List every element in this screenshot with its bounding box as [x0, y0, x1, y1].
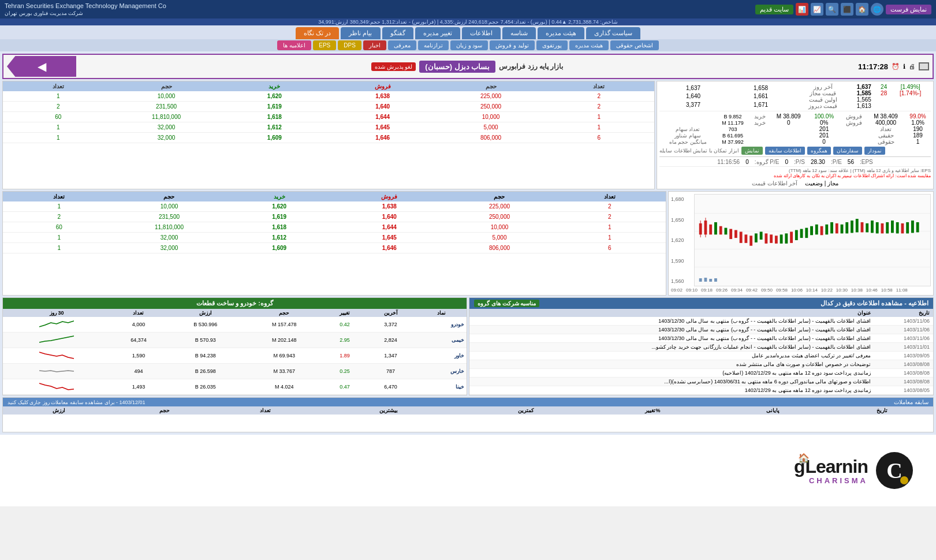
bar-chart-icon[interactable]: 📊: [796, 3, 808, 16]
high-week: 1,661: [727, 92, 795, 101]
svg-rect-30: [821, 226, 823, 236]
nav2-akhbar[interactable]: اخبار: [363, 40, 386, 50]
extended-order-panel: تعداد حجم فروش خرید حجم تعداد 2 225,000 …: [2, 191, 666, 296]
brand-sub: CHARISMA: [794, 476, 868, 485]
nav-tab-taghir[interactable]: تغییر مدیره: [415, 27, 460, 39]
close-price: 1,585: [851, 90, 878, 96]
svg-rect-38: [861, 222, 864, 232]
svg-rect-39: [866, 223, 868, 233]
news-row-7[interactable]: 1403/08/08 زمانبدی پرداخت سود دوره 12 ما…: [469, 369, 933, 378]
logo-section: C Learning🏠 CHARISMA: [0, 435, 936, 506]
high-year: 1,671: [727, 100, 795, 109]
news-row-8[interactable]: 1403/08/08 اطلاعات و صورتهای مالی میاندو…: [469, 378, 933, 386]
news-row-6[interactable]: 1403/08/08 توضیحات در خصوص اطلاعات و صور…: [469, 360, 933, 369]
yesterday-label: قیمت دیروز: [796, 103, 851, 109]
svg-rect-42: [881, 223, 884, 233]
chart-row: 1,680 1,650 1,620 1,590 1,560: [2, 191, 934, 296]
home-icon[interactable]: 🏠: [856, 3, 868, 16]
show-table-btn[interactable]: سفارشان: [833, 147, 862, 155]
old-site-btn[interactable]: سایت قدیم: [755, 5, 793, 14]
svg-rect-16: [749, 236, 752, 245]
low-week: 1,640: [659, 92, 727, 101]
nav-tab-heyat[interactable]: هیئت مدیره: [538, 27, 584, 39]
globe-icon[interactable]: 🌐: [871, 3, 883, 16]
nav2-ashas[interactable]: اشخاص حقوقی: [610, 40, 659, 50]
svg-rect-14: [740, 232, 743, 242]
trades-panel: سابقه معاملات 1403/12/01 - برای مشاهده س…: [2, 397, 934, 432]
show-chart-btn[interactable]: نمودار: [864, 147, 885, 155]
nav2-alam[interactable]: اعلامیه ها: [277, 40, 311, 50]
svg-rect-10: [719, 226, 722, 235]
news-row-1[interactable]: 1403/11/06 افشای اطلاعات بالقهمیت - (سای…: [469, 317, 933, 326]
sell-legal: 189: [905, 132, 931, 139]
nav2-heyat[interactable]: هیئت مدیره: [569, 40, 609, 50]
nav-tab-chat[interactable]: گفتگو: [382, 27, 413, 39]
title-bar: 🖨 ℹ ⏰ 11:17:28 بازار پایه رزد فرابورس بس…: [2, 54, 934, 79]
svg-rect-33: [836, 223, 838, 233]
main-panel-wrapper: 🖨 ℹ ⏰ 11:17:28 بازار پایه رزد فرابورس بس…: [0, 51, 936, 435]
nav2-dps[interactable]: DPS: [338, 40, 361, 50]
nav-tab-negah[interactable]: در تک نگاه: [296, 27, 339, 39]
group-row-khimi[interactable]: خیمی 2,824 2.95 202.148 M 570.93 B 64,37…: [3, 333, 467, 348]
show-similar-btn[interactable]: نمایش: [741, 147, 763, 155]
related-companies-btn[interactable]: مناسبه شرکت های گروه: [474, 300, 539, 307]
clock-icon: ⏰: [892, 63, 900, 70]
news-row-9[interactable]: 1403/08/05 زمانبدی پرداخت سود دوره 12 ما…: [469, 386, 933, 395]
svg-rect-29: [815, 225, 818, 234]
nav-tab-ettelaat[interactable]: اطلاعات: [462, 27, 501, 39]
group-row-khina[interactable]: خینا 6,470 0.47 4.024 M 26.035 B 1,493: [3, 379, 467, 395]
top-left-nav[interactable]: نمایش فرست 🌐 🏠 ⬛ 🔍 📈 📊 سایت قدیم: [755, 3, 931, 16]
nav-tab-siyasat[interactable]: سیاست گذاری: [586, 27, 640, 39]
group-row-khodro[interactable]: خودرو 3,372 0.42 157.478 M 530.996 B 4,0…: [3, 317, 467, 333]
nav2-portfolio[interactable]: پورتفوی: [536, 40, 568, 50]
nav2-eps[interactable]: EPS: [313, 40, 336, 50]
nav2-taran[interactable]: ترازنامه: [418, 40, 449, 50]
main-nav-top: سیاست گذاری هیئت مدیره شناسه اطلاعات تغی…: [0, 25, 936, 39]
svg-rect-21: [775, 236, 778, 244]
brand-name: Learnin: [805, 456, 868, 477]
main-nav-bottom: اشخاص حقوقی هیئت مدیره پورتفوی تولید و ف…: [0, 39, 936, 51]
sell-real-pct: 1.0%: [905, 120, 931, 126]
avg-label: میانگین حجم ماه: [659, 139, 716, 145]
news-row-4[interactable]: 1403/11/01 افشای اطلاعات بالقهمیت - (سای…: [469, 343, 933, 352]
float-label: سهام شناور: [659, 132, 716, 139]
group-row-khavar[interactable]: خاور 1,347 1.89 69.943 M 94.238 B 1,590: [3, 348, 467, 364]
ob-row-2: 2 250,000 1,640 1,619 231,500 2: [3, 102, 654, 112]
nav-tab-payam[interactable]: بیام ناظر: [341, 27, 380, 39]
info-icon[interactable]: ℹ: [903, 63, 905, 70]
screen-icon: [919, 62, 929, 70]
svg-rect-27: [805, 228, 808, 238]
news-row-5[interactable]: 1403/09/05 معرفی /تغییر در ترکیب اعضای ه…: [469, 352, 933, 360]
nav-tab-shenase[interactable]: شناسه: [502, 27, 536, 39]
group-panel-header: گروه: خودرو و ساخت قطعات: [3, 298, 467, 309]
value-val: 11.179 M: [716, 120, 749, 126]
news-row-2[interactable]: 1403/11/06 افشای اطلاعات بالقهمیت - (سای…: [469, 326, 933, 334]
show-info-btn[interactable]: اطلاعات سابقه: [765, 147, 806, 155]
volume-label: [659, 113, 716, 120]
chart-icon[interactable]: 📈: [811, 3, 823, 16]
last-change-count: 24: [878, 84, 890, 90]
svg-rect-17: [755, 233, 758, 242]
sell-label: فروش: [841, 113, 867, 120]
svg-rect-34: [841, 225, 844, 234]
nav2-maarifi[interactable]: معرفی: [388, 40, 416, 50]
trades-empty-row: [3, 415, 933, 432]
nav-icon-forst[interactable]: نمایش فرست: [886, 5, 931, 14]
svg-rect-40: [871, 221, 874, 233]
group-row-khars[interactable]: خارس 787 0.25 33.767 M 26.598 B 494: [3, 364, 467, 379]
grid-icon[interactable]: ⬛: [841, 3, 853, 16]
logo-circle: C: [876, 452, 913, 489]
search-icon[interactable]: 🔍: [826, 3, 838, 16]
news-row-3[interactable]: 1403/11/06 افشای اطلاعات بالقهمیت - (سای…: [469, 334, 933, 343]
svg-rect-43: [886, 222, 889, 233]
ob-row-1: 2 225,000 1,638 1,620 10,000 1: [3, 91, 654, 102]
close-change-count: 28: [878, 90, 890, 96]
price-scale: 1,680 1,650 1,620 1,590 1,560: [671, 194, 694, 286]
status-label: مجاز | وضعیت: [805, 180, 838, 186]
nav2-tolid[interactable]: تولید و فروش: [490, 40, 535, 50]
nav2-sud[interactable]: سود و زیان: [450, 40, 488, 50]
show-group-btn[interactable]: همگروه: [807, 147, 831, 155]
print-icon[interactable]: 🖨: [909, 63, 915, 70]
svg-rect-37: [856, 219, 859, 232]
buy-real-pct: 0%: [808, 120, 840, 126]
